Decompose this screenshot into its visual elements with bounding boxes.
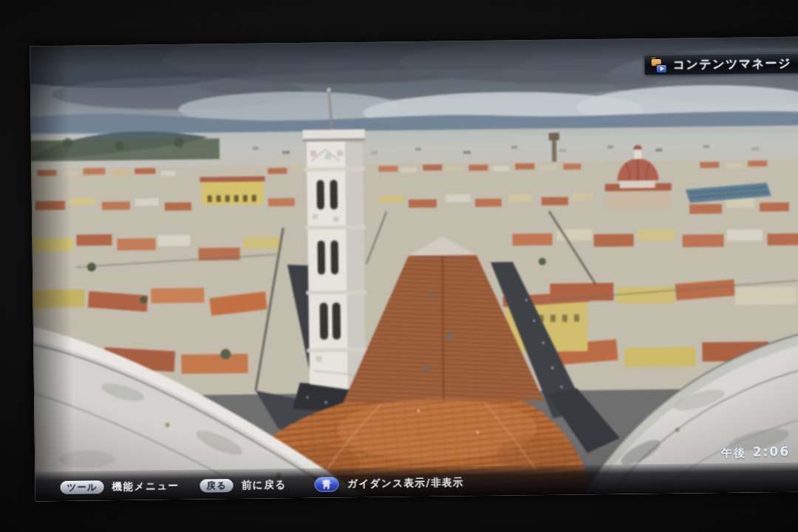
clock-time: 2:06: [753, 444, 791, 460]
content-manager-icon: [652, 58, 666, 72]
remote-key-tools[interactable]: ツール: [60, 480, 103, 494]
osd-header: コンテンツマネージ: [644, 53, 798, 75]
remote-key-blue[interactable]: 青: [314, 477, 339, 491]
photo-florence-aerial-view: [30, 37, 798, 502]
osd-header-title: コンテンツマネージ: [673, 55, 792, 72]
guidance-label-function-menu: 機能メニュー: [112, 480, 180, 494]
tv-screen: コンテンツマネージ 午後2:06 ツール 機能メニュー 戻る 前に戻る 青 ガイ…: [30, 37, 798, 502]
remote-key-return[interactable]: 戻る: [200, 479, 234, 493]
campanile-tower: [302, 87, 368, 390]
guidance-label-guidance-toggle: ガイダンス表示/非表示: [347, 476, 464, 491]
guidance-label-go-back: 前に戻る: [242, 478, 287, 492]
clock-period: 午後: [721, 446, 746, 460]
osd-clock: 午後2:06: [721, 444, 791, 460]
